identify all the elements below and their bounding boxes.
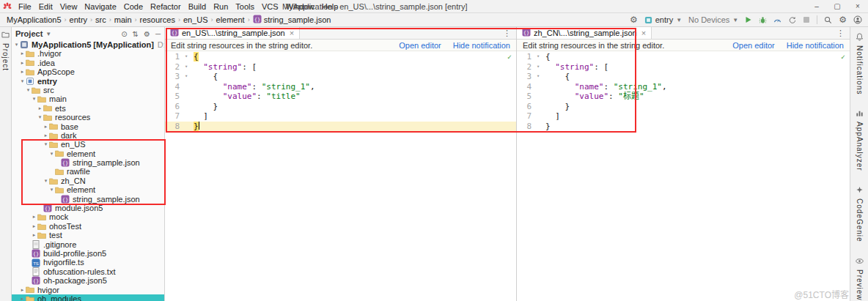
- tree-item-rawfile[interactable]: rawfile: [12, 167, 164, 176]
- expanded-arrow-icon[interactable]: ▾: [43, 140, 49, 149]
- editor-tab-zh-cn-string-sample-json[interactable]: {}zh_CN\...\string_sample.json×: [517, 27, 652, 39]
- collapsed-arrow-icon[interactable]: ▸: [43, 131, 49, 140]
- tree-item-obfuscation-rules-txt[interactable]: obfuscation-rules.txt: [12, 267, 164, 276]
- tree-item-string-sample-json[interactable]: {}string_sample.json: [12, 158, 164, 167]
- tree-item-test[interactable]: ▸test: [12, 231, 164, 239]
- tree-item-appscope[interactable]: ▸AppScope: [12, 67, 164, 76]
- inspections-ok-icon[interactable]: ✓: [841, 53, 845, 61]
- editor-tab-en-us-string-sample-json[interactable]: {}en_US\...\string_sample.json×: [165, 27, 300, 39]
- tab-close-icon[interactable]: ×: [290, 29, 294, 37]
- code-line[interactable]: 6 }: [165, 102, 516, 112]
- tree-item-dark[interactable]: ▸dark: [12, 131, 164, 140]
- attach-debugger-button[interactable]: [788, 16, 796, 24]
- tree-item-myapplication5-myapplication[interactable]: ▾MyApplication5 [MyApplication]D:\code\M…: [12, 40, 164, 49]
- tree-item-string-sample-json[interactable]: {}string_sample.json: [12, 195, 164, 204]
- settings-gear-icon[interactable]: ⚙: [839, 15, 847, 24]
- profiler-button[interactable]: [773, 16, 781, 24]
- minimize-button[interactable]: –: [806, 2, 827, 10]
- collapsed-arrow-icon[interactable]: ▸: [19, 286, 26, 294]
- code-line[interactable]: 4 "name": "string_1",: [517, 82, 850, 92]
- collapsed-arrow-icon[interactable]: ▸: [19, 294, 26, 301]
- project-settings-gear-icon[interactable]: ⚙: [630, 15, 638, 24]
- breadcrumb-item-element[interactable]: element: [214, 15, 247, 24]
- code-line[interactable]: 1▾{: [165, 52, 516, 62]
- chevron-down-icon[interactable]: ▼: [45, 31, 51, 37]
- code-line[interactable]: 5 "value": "标题": [517, 92, 850, 102]
- tree-item-ets[interactable]: ▸ets: [12, 104, 164, 113]
- expanded-arrow-icon[interactable]: ▾: [13, 40, 20, 49]
- tool-stripe-codegenie[interactable]: CodeGenie: [856, 186, 864, 242]
- collapsed-arrow-icon[interactable]: ▸: [37, 104, 43, 113]
- debug-button[interactable]: [759, 16, 767, 24]
- collapsed-arrow-icon[interactable]: ▸: [19, 59, 26, 67]
- menu-code[interactable]: Code: [120, 1, 147, 12]
- code-line[interactable]: 2▾ "string": [: [517, 62, 850, 73]
- breadcrumb-item-string-sample-json[interactable]: {}string_sample.json: [251, 15, 334, 25]
- fold-marker-icon[interactable]: ▾: [534, 72, 542, 82]
- collapsed-arrow-icon[interactable]: ▸: [43, 122, 49, 131]
- panel-settings-gear-icon[interactable]: ⚙: [144, 30, 150, 38]
- run-config-selector[interactable]: entry ▼: [644, 15, 682, 24]
- tree-item-element[interactable]: ▾element: [12, 149, 164, 158]
- tree-item-module-json5[interactable]: {}module.json5: [12, 204, 164, 212]
- code-line[interactable]: 7 ]: [517, 111, 850, 122]
- expanded-arrow-icon[interactable]: ▾: [19, 77, 26, 86]
- collapsed-arrow-icon[interactable]: ▸: [19, 67, 26, 76]
- code-line[interactable]: 4 "name": "string_1",: [165, 82, 516, 92]
- tree-item-ohostest[interactable]: ▸ohosTest: [12, 222, 164, 231]
- collapsed-arrow-icon[interactable]: ▸: [31, 231, 37, 239]
- code-area[interactable]: 1▾{2▾ "string": [3▾ {4 "name": "string_1…: [165, 51, 516, 301]
- tree-item-element[interactable]: ▾element: [12, 185, 164, 194]
- menu-tools[interactable]: Tools: [232, 1, 258, 12]
- user-avatar[interactable]: [853, 15, 862, 24]
- collapsed-arrow-icon[interactable]: ▸: [19, 49, 26, 58]
- menu-navigate[interactable]: Navigate: [81, 1, 119, 12]
- tree-item-oh-modules[interactable]: ▸oh_modules: [12, 294, 164, 301]
- menu-view[interactable]: View: [56, 1, 81, 12]
- code-line[interactable]: 3▾ {: [517, 72, 850, 82]
- menu-vcs[interactable]: VCS: [258, 1, 282, 12]
- tab-options-kebab-icon[interactable]: ⋮: [498, 27, 516, 39]
- code-line[interactable]: 6 }: [517, 102, 850, 112]
- tree-item-idea[interactable]: ▸.idea: [12, 59, 164, 67]
- open-editor-link[interactable]: Open editor: [732, 41, 774, 50]
- hide-notification-link[interactable]: Hide notification: [787, 41, 844, 50]
- fold-marker-icon[interactable]: ▾: [183, 52, 190, 62]
- tree-item-oh-package-json5[interactable]: {}oh-package.json5: [12, 276, 164, 285]
- tree-item-entry[interactable]: ▾entry: [12, 77, 164, 86]
- breadcrumb-item-entry[interactable]: entry: [67, 15, 89, 24]
- collapsed-arrow-icon[interactable]: ▸: [31, 222, 37, 231]
- fold-marker-icon[interactable]: ▾: [534, 52, 542, 62]
- maximize-button[interactable]: ▢: [827, 2, 847, 10]
- expanded-arrow-icon[interactable]: ▾: [37, 113, 43, 122]
- tree-item-zh-cn[interactable]: ▾zh_CN: [12, 176, 164, 185]
- breadcrumb-item-en-us[interactable]: en_US: [181, 15, 210, 24]
- close-button[interactable]: ×: [847, 2, 868, 10]
- tree-item-gitignore[interactable]: .gitignore: [12, 240, 164, 249]
- tree-item-build-profile-json5[interactable]: {}build-profile.json5: [12, 249, 164, 258]
- tool-stripe-previewer[interactable]: Previewer: [856, 257, 864, 301]
- tree-item-hvigor[interactable]: ▸hvigor: [12, 286, 164, 294]
- code-area[interactable]: 1▾{2▾ "string": [3▾ {4 "name": "string_1…: [517, 51, 850, 301]
- tree-item-mock[interactable]: ▸mock: [12, 212, 164, 221]
- collapsed-arrow-icon[interactable]: ▸: [31, 212, 37, 221]
- tree-item-src[interactable]: ▾src: [12, 86, 164, 94]
- fold-marker-icon[interactable]: ▾: [183, 72, 190, 82]
- code-line[interactable]: 7 ]: [165, 111, 516, 122]
- expanded-arrow-icon[interactable]: ▾: [31, 94, 37, 103]
- tree-item-hvigor[interactable]: ▸.hvigor: [12, 49, 164, 58]
- fold-marker-icon[interactable]: ▾: [183, 62, 190, 73]
- expanded-arrow-icon[interactable]: ▾: [25, 86, 32, 94]
- breadcrumb-item-src[interactable]: src: [93, 15, 108, 24]
- fold-marker-icon[interactable]: ▾: [534, 62, 542, 73]
- menu-edit[interactable]: Edit: [35, 1, 56, 12]
- device-selector[interactable]: No Devices ▼: [688, 15, 738, 24]
- code-line[interactable]: 8}: [165, 122, 516, 132]
- menu-run[interactable]: Run: [210, 1, 232, 12]
- project-tool-icon[interactable]: [1, 31, 10, 40]
- code-line[interactable]: 5 "value": "title": [165, 92, 516, 102]
- run-button[interactable]: [745, 16, 752, 23]
- collapse-all-icon[interactable]: ⇅: [133, 30, 139, 38]
- breadcrumb-item-resources[interactable]: resources: [138, 15, 177, 24]
- search-everywhere-button[interactable]: [824, 16, 832, 24]
